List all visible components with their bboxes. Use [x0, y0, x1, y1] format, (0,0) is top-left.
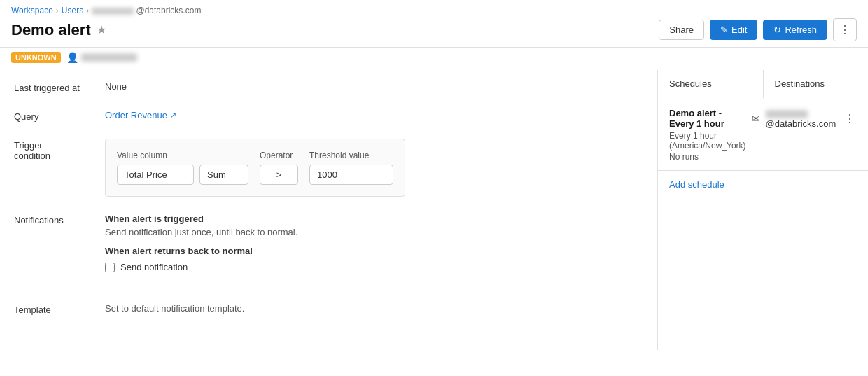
- destinations-header: Destinations: [764, 70, 869, 99]
- trigger-condition-row: Trigger condition Value column Operator …: [14, 139, 643, 197]
- when-triggered-title: When alert is triggered: [105, 214, 643, 224]
- schedules-header: Schedules: [658, 70, 764, 99]
- operator-input[interactable]: [260, 165, 298, 185]
- template-label: Template: [14, 303, 105, 315]
- edit-button[interactable]: ✎ Edit: [710, 20, 757, 40]
- edit-icon: ✎: [720, 25, 728, 35]
- external-link-icon: ↗: [170, 111, 176, 120]
- refresh-label: Refresh: [785, 25, 817, 35]
- email-blurred: [766, 110, 808, 118]
- status-badges: UNKNOWN 👤: [0, 48, 868, 70]
- user-name-blurred: [81, 53, 137, 62]
- destination-menu-button[interactable]: ⋮: [840, 111, 860, 127]
- user-badge: 👤: [66, 52, 137, 63]
- breadcrumb-user: @databricks.com: [92, 6, 201, 15]
- breadcrumb-workspace[interactable]: Workspace: [11, 6, 53, 15]
- send-notification-label: Send notification: [120, 262, 188, 272]
- template-row: Template Set to default notification tem…: [14, 303, 643, 315]
- refresh-icon: ↻: [774, 25, 781, 35]
- refresh-button[interactable]: ↻ Refresh: [763, 20, 827, 40]
- last-triggered-row: Last triggered at None: [14, 81, 643, 93]
- notifications-row: Notifications When alert is triggered Se…: [14, 214, 643, 286]
- right-pane-header: Schedules Destinations: [658, 70, 868, 99]
- email-suffix: @databricks.com: [766, 118, 836, 129]
- last-triggered-label: Last triggered at: [14, 81, 105, 93]
- value-column-field: Value column: [117, 151, 248, 185]
- when-triggered-desc: Send notification just once, until back …: [105, 227, 643, 237]
- user-icon: 👤: [66, 52, 78, 63]
- query-link[interactable]: Order Revenue ↗: [105, 110, 643, 120]
- schedule-runs: No runs: [669, 152, 746, 162]
- schedule-frequency: Every 1 hour (America/New_York): [669, 131, 746, 151]
- threshold-label: Threshold value: [309, 151, 393, 160]
- last-triggered-value: None: [105, 81, 643, 92]
- destination-item: ✉ @databricks.com: [752, 108, 836, 129]
- edit-label: Edit: [732, 25, 747, 35]
- more-menu-button[interactable]: ⋮: [833, 18, 857, 41]
- header-actions: Share ✎ Edit ↻ Refresh ⋮: [659, 18, 857, 41]
- template-value: Set to default notification template.: [105, 303, 643, 314]
- query-label: Query: [14, 110, 105, 122]
- trigger-box: Value column Operator Threshold value: [105, 139, 405, 197]
- operator-label: Operator: [260, 151, 298, 160]
- send-notification-row: Send notification: [105, 262, 643, 272]
- notifications-content: When alert is triggered Send notificatio…: [105, 214, 643, 272]
- sum-input[interactable]: [200, 165, 248, 185]
- query-row: Query Order Revenue ↗: [14, 110, 643, 122]
- add-schedule-link[interactable]: Add schedule: [658, 171, 736, 198]
- share-button[interactable]: Share: [659, 20, 704, 40]
- page-title: Demo alert: [11, 21, 91, 39]
- destination-email: @databricks.com: [766, 108, 836, 129]
- email-icon: ✉: [752, 113, 760, 124]
- status-badge: UNKNOWN: [11, 52, 61, 63]
- schedule-item: Demo alert - Every 1 hour Every 1 hour (…: [658, 99, 868, 171]
- schedule-name: Demo alert - Every 1 hour: [669, 108, 746, 129]
- trigger-condition-label: Trigger condition: [14, 139, 105, 161]
- notifications-label: Notifications: [14, 214, 105, 225]
- when-normal-title: When alert returns back to normal: [105, 246, 643, 256]
- query-value: Order Revenue ↗: [105, 110, 643, 120]
- threshold-input[interactable]: [309, 165, 393, 185]
- value-column-label: Value column: [117, 151, 248, 160]
- star-icon[interactable]: ★: [97, 23, 106, 36]
- query-link-text: Order Revenue: [105, 110, 167, 120]
- left-pane: Last triggered at None Query Order Reven…: [0, 70, 658, 350]
- breadcrumb: Workspace › Users › @databricks.com: [11, 6, 201, 15]
- threshold-field: Threshold value: [309, 151, 393, 185]
- operator-field: Operator: [260, 151, 298, 185]
- breadcrumb-users[interactable]: Users: [62, 6, 83, 15]
- send-notification-checkbox[interactable]: [105, 263, 115, 272]
- value-column-input[interactable]: [117, 165, 194, 185]
- right-pane: Schedules Destinations Demo alert - Ever…: [658, 70, 868, 350]
